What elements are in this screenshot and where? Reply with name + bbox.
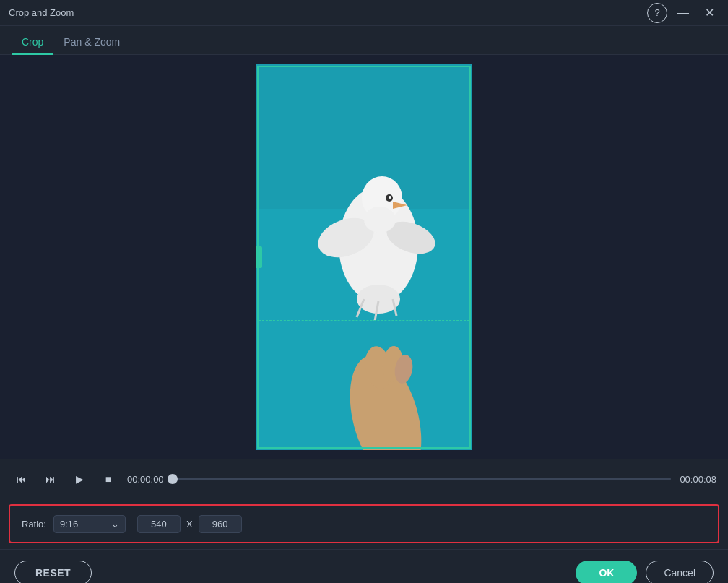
- stop-button[interactable]: ■: [98, 469, 118, 489]
- tab-pan-zoom[interactable]: Pan & Zoom: [53, 30, 130, 55]
- window-controls: ? — ✕: [647, 3, 719, 23]
- video-frame: [256, 64, 472, 450]
- close-button[interactable]: ✕: [699, 3, 719, 23]
- play-button[interactable]: ▶: [69, 469, 90, 489]
- chevron-down-icon: ⌄: [111, 519, 119, 530]
- close-icon: ✕: [705, 6, 714, 20]
- ratio-dimensions: X: [137, 515, 242, 533]
- reset-button[interactable]: RESET: [14, 561, 92, 584]
- bird-scene-svg: [256, 64, 472, 450]
- time-current: 00:00:00: [127, 474, 164, 485]
- ratio-controls: Ratio: 9:16 ⌄ X: [22, 515, 368, 533]
- tab-crop[interactable]: Crop: [12, 30, 53, 55]
- width-input[interactable]: [137, 515, 181, 533]
- skip-back-icon: ⏮: [17, 473, 27, 485]
- progress-thumb[interactable]: [168, 474, 178, 484]
- help-icon: ?: [654, 7, 659, 18]
- cancel-button[interactable]: Cancel: [646, 561, 714, 584]
- ratio-bar: Ratio: 9:16 ⌄ X: [9, 504, 719, 543]
- window-title: Crop and Zoom: [9, 7, 74, 18]
- svg-point-13: [364, 207, 396, 233]
- tab-bar: Crop Pan & Zoom: [0, 26, 728, 55]
- skip-back-button[interactable]: ⏮: [12, 469, 32, 489]
- title-bar: Crop and Zoom ? — ✕: [0, 0, 728, 26]
- step-forward-button[interactable]: ⏭: [40, 469, 61, 489]
- play-icon: ▶: [76, 473, 84, 485]
- help-button[interactable]: ?: [647, 3, 667, 23]
- svg-point-12: [389, 196, 391, 199]
- ratio-label: Ratio:: [22, 519, 46, 530]
- ok-button[interactable]: OK: [576, 561, 637, 584]
- minimize-icon: —: [677, 7, 689, 20]
- action-bar: RESET OK Cancel: [0, 549, 728, 583]
- image-container: [256, 64, 472, 450]
- x-separator: X: [186, 519, 193, 530]
- step-forward-icon: ⏭: [46, 473, 56, 485]
- height-input[interactable]: [199, 515, 242, 533]
- minimize-button[interactable]: —: [673, 3, 693, 23]
- progress-bar[interactable]: [173, 478, 672, 480]
- ratio-select[interactable]: 9:16 ⌄: [53, 515, 126, 533]
- time-end: 00:00:08: [680, 474, 716, 485]
- playback-bar: ⏮ ⏭ ▶ ■ 00:00:00 00:00:08: [0, 459, 728, 498]
- video-canvas-area: [0, 55, 728, 459]
- stop-icon: ■: [105, 473, 111, 485]
- ratio-value: 9:16: [60, 519, 105, 530]
- video-canvas: [0, 55, 728, 459]
- action-right-buttons: OK Cancel: [576, 561, 714, 584]
